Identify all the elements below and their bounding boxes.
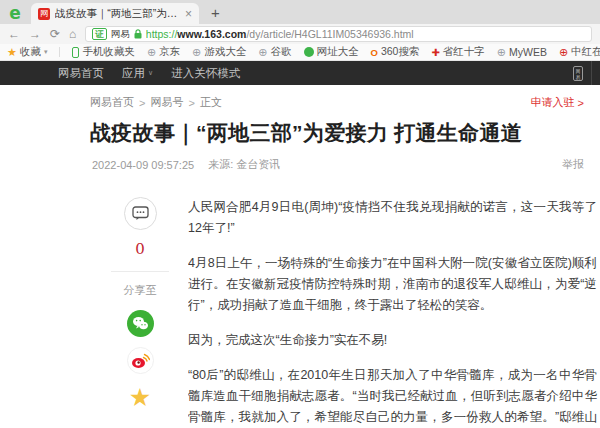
site-nav-divider: [591, 61, 592, 85]
bookmark-site-directory[interactable]: 网址大全: [304, 45, 359, 59]
ssl-lock-icon: [134, 26, 142, 42]
comment-bubble-icon: [132, 206, 149, 221]
browser-logo-icon[interactable]: e: [5, 3, 25, 23]
home-icon[interactable]: ⌂: [69, 28, 76, 40]
paragraph: “80后”的邸维山，在2010年生日那天加入了中华骨髓库，成为一名中华骨髓库造血…: [188, 365, 597, 428]
source-label: 来源:: [208, 158, 233, 170]
share-qzone-button[interactable]: ★: [127, 384, 154, 411]
url-path: /dy/article/H4GL11IM05346936.html: [246, 28, 413, 40]
search-o-icon: O: [371, 47, 378, 58]
site-nav-home[interactable]: 网易首页: [58, 66, 104, 81]
tab-bar: e 网 战疫故事｜“两地三部”为爱接力 打通生命通道 × +: [0, 0, 600, 24]
bookmark-favorites[interactable]: ★ 收藏 ▾: [7, 45, 47, 59]
reload-icon[interactable]: ⟳: [50, 28, 60, 40]
qzone-star-icon: ★: [129, 385, 151, 410]
paragraph: 因为，完成这次“生命接力”实在不易!: [188, 330, 597, 351]
bookmark-label: 游戏大全: [204, 45, 246, 59]
tab-title: 战疫故事｜“两地三部”为爱接力 打通生命通道: [55, 7, 180, 21]
page-title: 战疫故事｜“两地三部”为爱接力 打通生命通道: [90, 119, 584, 147]
wechat-icon: [132, 316, 149, 331]
chevron-down-icon: ∨: [148, 69, 153, 77]
bookmark-label: 谷歌: [271, 45, 292, 59]
bookmark-zhonghong[interactable]: ⊕ 中红在线: [559, 45, 600, 59]
bookmark-label: 网址大全: [317, 45, 359, 59]
red-ring-icon: ⊕: [559, 47, 568, 58]
bookmark-jd[interactable]: ⊕ 京东: [147, 45, 180, 59]
article-body: 人民网合肥4月9日电(周坤)“疫情挡不住我兑现捐献的诺言，这一天我等了12年了!…: [188, 197, 600, 428]
url-protocol: https://: [146, 28, 178, 40]
breadcrumb-home[interactable]: 网易首页: [90, 95, 134, 110]
breadcrumb-current: 正文: [200, 95, 222, 110]
globe-icon: ⊕: [147, 47, 156, 58]
bookmark-label: 中红在线: [571, 45, 600, 59]
article-meta: 2022-04-09 09:57:25 来源: 金台资讯 举报: [92, 157, 584, 172]
bookmark-label: MyWEB: [509, 46, 547, 58]
apply-entry-link[interactable]: 申请入驻 >: [531, 95, 584, 110]
address-bar[interactable]: 证 网易 https://www.163.com/dy/article/H4GL…: [85, 26, 592, 42]
apply-entry-label: 申请入驻: [531, 95, 575, 110]
bookmark-label: 手机收藏夹: [82, 45, 135, 59]
bookmark-google[interactable]: ⊕ 谷歌: [258, 45, 291, 59]
breadcrumb-separator: >: [188, 97, 194, 109]
paragraph: 人民网合肥4月9日电(周坤)“疫情挡不住我兑现捐献的诺言，这一天我等了12年了!…: [188, 197, 597, 239]
breadcrumb: 网易首页 > 网易号 > 正文 申请入驻 >: [90, 95, 584, 110]
bookmark-label: 收藏: [20, 45, 41, 59]
comment-count[interactable]: 0: [135, 240, 145, 258]
apply-entry-arrow-icon: >: [578, 97, 584, 109]
browser-window: e 网 战疫故事｜“两地三部”为爱接力 打通生命通道 × + ← → ⟳ ⌂ 证…: [0, 0, 600, 428]
site-nav-care-mode[interactable]: 进入关怀模式: [171, 66, 240, 81]
weibo-icon: [131, 352, 150, 369]
bookmark-360-search[interactable]: O 360搜索: [371, 45, 420, 59]
share-to-label: 分享至: [124, 283, 157, 298]
share-rail: 0 分享至: [92, 197, 188, 428]
paragraph: 4月8日上午，一场特殊的“生命接力”在中国科大附一院(安徽省立医院)顺利进行。在…: [188, 253, 597, 316]
site-cert-name: 网易: [111, 28, 130, 41]
source: 来源: 金台资讯: [208, 157, 280, 172]
share-weibo-button[interactable]: [127, 347, 154, 374]
green-circle-icon: [304, 47, 314, 57]
comments-button[interactable]: [124, 197, 157, 230]
source-name[interactable]: 金台资讯: [236, 158, 280, 170]
rail-divider: [111, 271, 169, 272]
address-toolbar: ← → ⟳ ⌂ 证 网易 https://www.163.com/dy/arti…: [0, 24, 600, 44]
article-content-area: 0 分享至: [0, 197, 600, 428]
red-cross-icon: ✚: [431, 47, 439, 58]
url-text: https://www.163.com/dy/article/H4GL11IM0…: [146, 28, 414, 40]
bookmark-myweb[interactable]: ⊕ MyWEB: [497, 46, 547, 58]
phone-icon: [72, 47, 79, 58]
site-nav-apps[interactable]: 应用 ∨: [122, 66, 153, 81]
bookmark-label: 360搜索: [381, 45, 420, 59]
active-tab[interactable]: 网 战疫故事｜“两地三部”为爱接力 打通生命通道 ×: [31, 3, 199, 24]
bookmark-games[interactable]: ⊕ 游戏大全: [192, 45, 246, 59]
site-nav-bar: 网易首页 应用 ∨ 进入关怀模式 网易: [0, 61, 600, 85]
globe-icon: ⊕: [497, 47, 506, 58]
globe-icon: ⊕: [192, 47, 201, 58]
site-nav-apps-label: 应用: [122, 66, 145, 81]
breadcrumb-channel[interactable]: 网易号: [150, 95, 183, 110]
new-tab-button[interactable]: +: [211, 5, 220, 20]
tab-close-icon[interactable]: ×: [185, 8, 192, 20]
report-link[interactable]: 举报: [562, 157, 584, 172]
mobile-netease-icon[interactable]: 网易: [573, 66, 583, 81]
site-nav-right: 网易: [573, 61, 592, 85]
netease-favicon-icon: 网: [38, 8, 50, 20]
bookmark-separator: [59, 47, 60, 57]
forward-icon[interactable]: →: [29, 28, 41, 40]
bookmark-red-cross[interactable]: ✚ 省红十字: [431, 45, 484, 59]
globe-icon: ⊕: [258, 47, 267, 58]
breadcrumb-separator: >: [139, 97, 145, 109]
site-cert-badge[interactable]: 证: [92, 28, 107, 40]
publish-time: 2022-04-09 09:57:25: [92, 159, 194, 171]
star-icon: ★: [7, 46, 17, 59]
share-wechat-button[interactable]: [127, 310, 154, 337]
bookmark-label: 省红十字: [443, 45, 485, 59]
caret-down-icon: ▾: [44, 48, 48, 56]
bookmark-mobile-favorites[interactable]: 手机收藏夹: [72, 45, 135, 59]
bookmarks-bar: ★ 收藏 ▾ 手机收藏夹 ⊕ 京东 ⊕ 游戏大全 ⊕ 谷歌 网址大全 O 360…: [0, 44, 600, 61]
bookmark-label: 京东: [159, 45, 180, 59]
back-icon[interactable]: ←: [8, 28, 20, 40]
url-host: www.163.com: [177, 28, 246, 40]
